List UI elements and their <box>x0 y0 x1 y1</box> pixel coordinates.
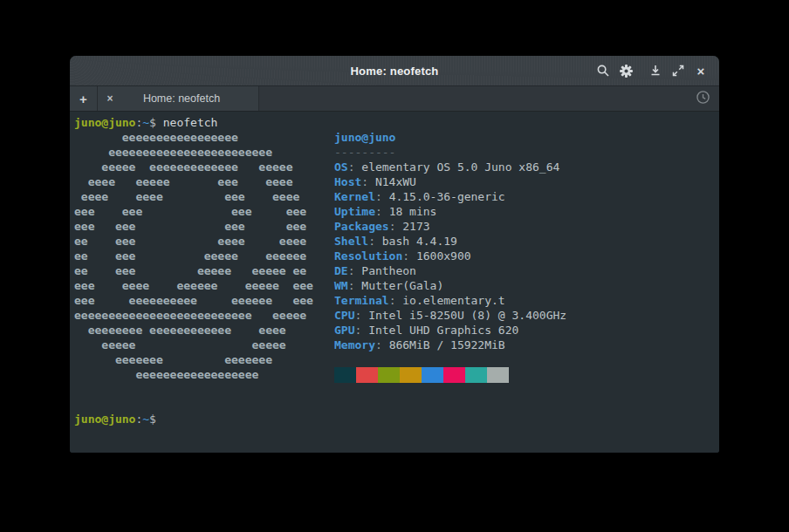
neofetch-info-rows: OS: elementary OS 5.0 Juno x86_64Host: N… <box>334 160 587 352</box>
neofetch-title: juno@juno <box>334 131 395 144</box>
color-palette <box>334 367 587 383</box>
info-row: CPU: Intel i5-8250U (8) @ 3.400GHz <box>334 308 587 323</box>
info-row: OS: elementary OS 5.0 Juno x86_64 <box>334 160 587 174</box>
prompt-dollar: $ <box>149 413 156 426</box>
history-button[interactable] <box>693 89 712 108</box>
info-row: Resolution: 1600x900 <box>334 249 587 263</box>
info-row: WM: Mutter(Gala) <box>334 278 587 293</box>
info-label: Shell <box>334 235 368 248</box>
prompt-line-2: juno@juno:~$ <box>74 412 156 426</box>
info-value: io.elementary.t <box>402 294 504 307</box>
elementary-ascii-logo: eeeeeeeeeeeeeeeee eeeeeeeeeeeeeeeeeeeeee… <box>74 130 313 382</box>
close-window-button[interactable]: × <box>690 59 712 82</box>
tab-label: Home: neofetch <box>122 92 258 105</box>
info-row: DE: Pantheon <box>334 263 587 278</box>
info-value: 866MiB / 15922MiB <box>389 338 505 351</box>
info-label: DE <box>334 264 348 277</box>
palette-chip <box>400 367 422 383</box>
prompt-path: ~ <box>142 413 149 426</box>
info-row: Packages: 2173 <box>334 219 587 234</box>
info-value: elementary OS 5.0 Juno x86_64 <box>361 160 559 174</box>
prompt-user-host: juno@juno <box>74 116 135 129</box>
settings-button[interactable] <box>614 59 637 82</box>
prompt-path: ~ <box>142 116 149 129</box>
info-label: Terminal <box>334 294 389 307</box>
info-value: 2173 <box>402 220 429 233</box>
palette-chip <box>422 367 443 383</box>
header-buttons: × <box>592 56 712 85</box>
info-value: 1600x900 <box>416 249 471 263</box>
info-value: Mutter(Gala) <box>361 279 443 292</box>
download-button[interactable] <box>644 59 667 82</box>
info-row: Shell: bash 4.4.19 <box>334 234 587 249</box>
info-value: bash 4.4.19 <box>382 235 457 248</box>
prompt-line-1: juno@juno:~$ neofetch <box>74 115 217 130</box>
info-label: Memory <box>334 338 375 351</box>
close-icon: × <box>697 65 705 78</box>
command-text: neofetch <box>163 116 218 129</box>
info-label: Resolution <box>334 249 402 263</box>
info-value: Pantheon <box>361 264 416 277</box>
prompt-user-host: juno@juno <box>74 413 135 426</box>
search-icon <box>596 64 610 78</box>
palette-chip <box>378 367 400 383</box>
info-label: GPU <box>334 324 354 337</box>
history-clock-icon <box>696 90 710 108</box>
neofetch-info: juno@juno --------- OS: elementary OS 5.… <box>334 130 587 383</box>
info-row: Memory: 866MiB / 15922MiB <box>334 338 587 352</box>
new-tab-button[interactable]: + <box>70 86 98 111</box>
info-value: 4.15.0-36-generic <box>389 190 505 203</box>
info-row: GPU: Intel UHD Graphics 620 <box>334 323 587 338</box>
info-label: Packages <box>334 220 389 233</box>
palette-chip <box>334 367 356 383</box>
fullscreen-button[interactable] <box>667 59 690 82</box>
info-row: Terminal: io.elementary.t <box>334 293 587 308</box>
info-label: Host <box>334 175 361 188</box>
info-row: Kernel: 4.15.0-36-generic <box>334 189 587 204</box>
download-icon <box>649 65 662 77</box>
neofetch-underline: --------- <box>334 146 395 159</box>
palette-chip <box>356 367 378 383</box>
palette-chip <box>487 367 509 383</box>
tab-bar: + × Home: neofetch <box>70 86 719 112</box>
info-row: Host: N14xWU <box>334 174 587 189</box>
search-button[interactable] <box>592 59 614 82</box>
terminal-content[interactable]: juno@juno:~$ neofetch eeeeeeeeeeeeeeeee … <box>70 112 719 453</box>
terminal-window: Home: neofetch <box>70 56 719 453</box>
info-label: WM <box>334 279 348 292</box>
plus-icon: + <box>79 92 87 106</box>
tab-close-icon[interactable]: × <box>98 92 122 105</box>
palette-chip <box>443 367 465 383</box>
info-value: Intel UHD Graphics 620 <box>368 324 518 337</box>
info-value: N14xWU <box>375 175 416 188</box>
info-value: Intel i5-8250U (8) @ 3.400GHz <box>368 309 566 322</box>
info-row: Uptime: 18 mins <box>334 204 587 219</box>
expand-icon <box>672 65 684 77</box>
info-label: OS <box>334 160 348 174</box>
gear-icon <box>619 64 634 78</box>
header-bar[interactable]: Home: neofetch <box>70 56 719 86</box>
tab-home-neofetch[interactable]: × Home: neofetch <box>98 86 259 111</box>
palette-chip <box>465 367 487 383</box>
info-label: CPU <box>334 309 354 322</box>
info-label: Uptime <box>334 205 375 218</box>
info-label: Kernel <box>334 190 375 203</box>
info-value: 18 mins <box>389 205 437 218</box>
